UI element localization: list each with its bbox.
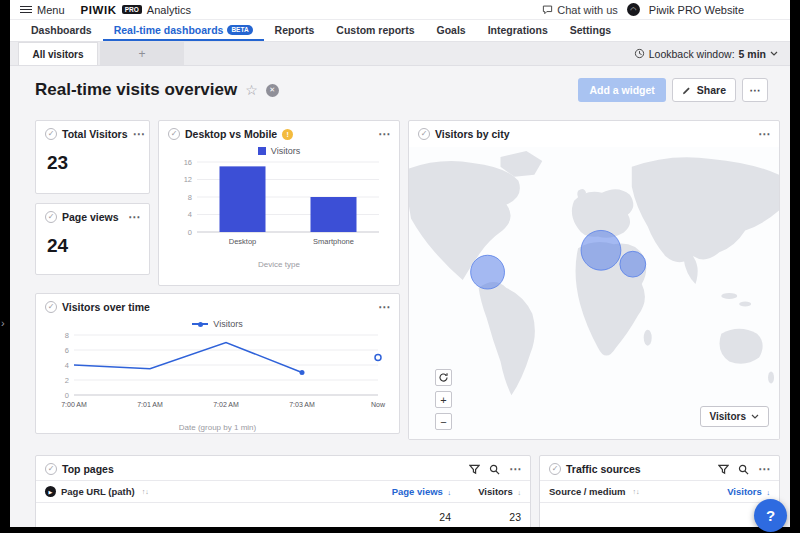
lookback-window-selector[interactable]: Lookback window: 5 min	[634, 42, 790, 65]
column-visitors[interactable]: Visitors	[478, 486, 513, 497]
lookback-label: Lookback window:	[649, 48, 735, 60]
check-circle-icon: ✓	[45, 463, 57, 475]
sort-icon[interactable]: ↑↓	[633, 488, 640, 495]
main-nav: Dashboards Real-time dashboards BETA Rep…	[10, 20, 790, 42]
help-button[interactable]: ?	[754, 499, 787, 532]
bar-chart-xlabel: Device type	[159, 260, 399, 269]
widget-top-pages: ✓ Top pages ⋯ ▶ Page URL (path) ↑↓ Page …	[35, 455, 531, 527]
map-zoom-in-button[interactable]: +	[435, 391, 452, 408]
widget-more-button[interactable]: ⋯	[378, 303, 390, 311]
legend-line-marker	[192, 323, 208, 325]
tab-dashboards[interactable]: Dashboards	[20, 20, 103, 41]
check-circle-icon: ✓	[45, 301, 57, 313]
dashboard-more-button[interactable]: ⋯	[742, 78, 768, 102]
widget-more-button[interactable]: ⋯	[133, 130, 145, 138]
svg-text:7:02 AM: 7:02 AM	[213, 401, 239, 408]
lookback-value: 5 min	[739, 48, 766, 60]
tab-custom-reports[interactable]: Custom reports	[325, 20, 425, 41]
widget-title: Desktop vs Mobile	[185, 128, 277, 140]
filter-button[interactable]	[469, 464, 480, 475]
app-window: Menu PIWIK PRO Analytics Chat with us ◠ …	[10, 0, 790, 527]
search-button[interactable]	[738, 464, 749, 475]
tab-settings[interactable]: Settings	[559, 20, 622, 41]
filter-button[interactable]	[718, 464, 729, 475]
line-chart-xlabel: Date (group by 1 min)	[36, 423, 399, 432]
svg-text:Desktop: Desktop	[229, 237, 257, 246]
column-page-views[interactable]: Page views	[392, 486, 443, 497]
table-row[interactable]: 24 23	[36, 503, 530, 527]
column-source-medium[interactable]: Source / medium	[549, 486, 626, 497]
warning-badge[interactable]: !	[282, 129, 293, 140]
search-button[interactable]	[489, 464, 500, 475]
search-icon	[738, 464, 749, 475]
widget-traffic-sources: ✓ Traffic sources ⋯ Source / medium ↑↓ V…	[539, 455, 780, 527]
bar-chart: 0481216DesktopSmartphone	[167, 156, 391, 260]
svg-text:Now: Now	[370, 401, 385, 408]
page-title: Real-time visits overview	[35, 80, 237, 100]
piwik-website-link[interactable]: Piwik PRO Website	[649, 4, 744, 16]
map-metric-selector[interactable]: Visitors	[700, 406, 770, 427]
svg-text:2: 2	[64, 376, 68, 385]
search-icon	[489, 464, 500, 475]
dimension-icon[interactable]: ▶	[45, 486, 56, 497]
tab-reports[interactable]: Reports	[264, 20, 326, 41]
sort-desc-icon[interactable]: ↓	[518, 489, 522, 496]
svg-text:7:01 AM: 7:01 AM	[137, 401, 163, 408]
table-header-row: ▶ Page URL (path) ↑↓ Page views ↓ Visito…	[36, 480, 530, 503]
widget-desktop-vs-mobile: ✓ Desktop vs Mobile ! ⋯ Visitors 0481216…	[158, 120, 400, 286]
svg-text:4: 4	[64, 361, 68, 370]
bar-chart-legend: Visitors	[159, 146, 399, 156]
share-button[interactable]: Share	[672, 78, 736, 102]
widget-more-button[interactable]: ⋯	[758, 130, 770, 138]
map-reset-button[interactable]	[435, 369, 452, 386]
widget-more-button[interactable]: ⋯	[128, 213, 140, 221]
svg-text:8: 8	[188, 193, 192, 202]
topbar-right: Chat with us ◠ Piwik PRO Website	[542, 3, 780, 16]
table-header-row: Source / medium ↑↓ Visitors ↓	[540, 480, 779, 503]
product-label: Analytics	[147, 4, 191, 16]
svg-text:8: 8	[64, 331, 68, 340]
total-visitors-value: 23	[36, 145, 149, 181]
favorite-star-icon[interactable]: ☆	[245, 83, 258, 97]
svg-text:7:03 AM: 7:03 AM	[289, 401, 315, 408]
check-circle-icon: ✓	[549, 463, 561, 475]
segment-bar: All visitors + Lookback window: 5 min	[10, 42, 790, 66]
close-info-icon[interactable]: ✕	[266, 84, 279, 97]
beta-badge: BETA	[227, 25, 252, 35]
widget-more-button[interactable]: ⋯	[509, 465, 521, 473]
widget-visitors-by-city: ✓ Visitors by city ⋯	[408, 120, 780, 440]
sort-desc-icon[interactable]: ↓	[767, 489, 771, 496]
svg-text:16: 16	[184, 158, 192, 167]
segment-tab-all-visitors[interactable]: All visitors	[18, 42, 98, 65]
menu-label[interactable]: Menu	[37, 4, 65, 16]
table-row[interactable]: 23	[540, 503, 779, 527]
widget-more-button[interactable]: ⋯	[758, 465, 770, 473]
column-visitors[interactable]: Visitors	[727, 486, 762, 497]
column-page-url[interactable]: Page URL (path)	[61, 486, 135, 497]
chat-with-us-button[interactable]: Chat with us	[542, 4, 618, 16]
menu-icon[interactable]	[20, 6, 32, 14]
world-map[interactable]	[409, 147, 779, 439]
map-zoom-out-button[interactable]: −	[435, 413, 452, 430]
world-map-svg	[409, 147, 779, 439]
topbar: Menu PIWIK PRO Analytics Chat with us ◠ …	[10, 0, 790, 20]
check-circle-icon: ✓	[168, 128, 180, 140]
piwik-logo-icon[interactable]: ◠	[627, 3, 640, 16]
svg-text:0: 0	[64, 391, 68, 400]
tab-goals[interactable]: Goals	[425, 20, 476, 41]
widget-more-button[interactable]: ⋯	[378, 130, 390, 138]
svg-text:Smartphone: Smartphone	[313, 237, 354, 246]
add-segment-tab[interactable]: +	[100, 42, 184, 65]
pro-badge: PRO	[122, 5, 142, 14]
tab-integrations[interactable]: Integrations	[477, 20, 559, 41]
tab-realtime-dashboards[interactable]: Real-time dashboards BETA	[103, 20, 264, 41]
sidebar-expand-icon[interactable]: ›	[1, 318, 5, 329]
head-actions: Add a widget Share ⋯	[578, 78, 768, 102]
pencil-icon	[682, 85, 692, 95]
widget-title: Visitors over time	[62, 301, 150, 313]
widget-visitors-over-time: ✓ Visitors over time ⋯ Visitors 024687:0…	[35, 293, 400, 434]
svg-text:6: 6	[64, 346, 68, 355]
sort-icon[interactable]: ↑↓	[142, 488, 149, 495]
clock-icon	[634, 48, 645, 59]
add-widget-button[interactable]: Add a widget	[578, 78, 665, 102]
